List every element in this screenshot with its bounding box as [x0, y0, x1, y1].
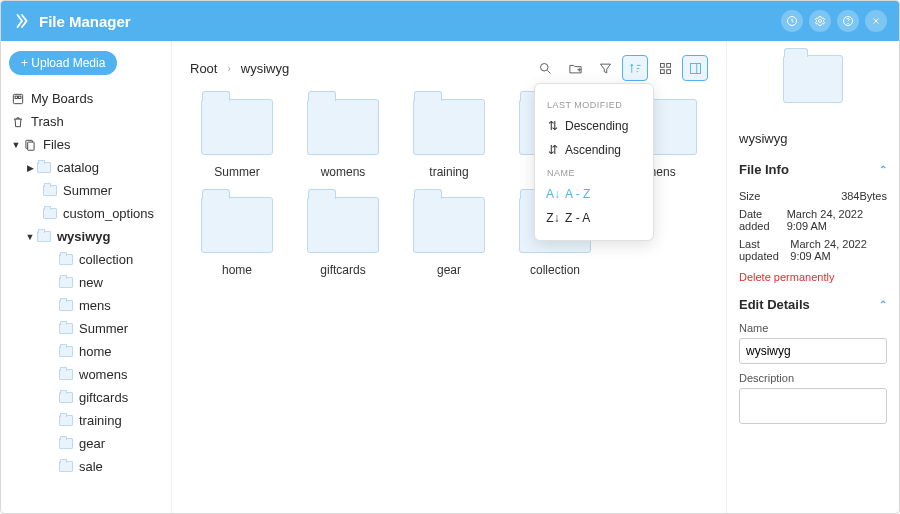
- folder-icon: [783, 55, 843, 103]
- boards-icon: [11, 92, 25, 106]
- folder-icon: [201, 99, 273, 155]
- name-input[interactable]: [739, 338, 887, 364]
- sort-ascending[interactable]: ⇵Ascending: [547, 138, 641, 162]
- folder-icon: [43, 185, 57, 196]
- tree-item-new[interactable]: new: [9, 271, 163, 294]
- svg-rect-14: [690, 63, 700, 73]
- description-input[interactable]: [739, 388, 887, 424]
- tree-item-training[interactable]: training: [9, 409, 163, 432]
- sidebar-trash[interactable]: Trash: [9, 110, 163, 133]
- info-size: Size384Bytes: [739, 187, 887, 205]
- folder-summer[interactable]: Summer: [190, 99, 284, 179]
- folder-icon: [59, 323, 73, 334]
- folder-icon: [59, 461, 73, 472]
- folder-icon: [43, 208, 57, 219]
- folder-icon: [413, 99, 485, 155]
- help-icon[interactable]: [837, 10, 859, 32]
- content-area: Root › wysiwyg LAST MODIFIED ⇅Descending…: [171, 41, 727, 514]
- svg-rect-11: [666, 63, 670, 67]
- folder-icon: [37, 162, 51, 173]
- svg-point-1: [819, 20, 822, 23]
- folder-home[interactable]: home: [190, 197, 284, 277]
- tree-item-womens[interactable]: womens: [9, 363, 163, 386]
- tree-item-home[interactable]: home: [9, 340, 163, 363]
- trash-icon: [11, 115, 25, 129]
- folder-icon: [413, 197, 485, 253]
- tree-item-custom-options[interactable]: custom_options: [9, 202, 163, 225]
- file-info-header[interactable]: File Info⌃: [739, 162, 887, 177]
- details-name: wysiwyg: [739, 131, 887, 146]
- grid-view-icon[interactable]: [652, 55, 678, 81]
- svg-point-3: [848, 23, 849, 24]
- chevron-up-icon: ⌃: [879, 164, 887, 175]
- details-panel: wysiwyg File Info⌃ Size384Bytes Date add…: [727, 41, 899, 514]
- breadcrumb-root[interactable]: Root: [190, 61, 217, 76]
- breadcrumb: Root › wysiwyg: [190, 61, 289, 76]
- tree-item-catalog[interactable]: ▶catalog: [9, 156, 163, 179]
- svg-rect-13: [666, 69, 670, 73]
- search-icon[interactable]: [532, 55, 558, 81]
- tree-item-sale[interactable]: sale: [9, 455, 163, 478]
- folder-icon: [307, 197, 379, 253]
- description-field-label: Description: [739, 372, 887, 384]
- sidebar: + Upload Media My Boards Trash ▼Files ▶c…: [1, 41, 171, 514]
- toolbar: [532, 55, 708, 81]
- chevron-right-icon: ▶: [25, 163, 35, 173]
- app-title: File Manager: [39, 13, 131, 30]
- sidebar-my-boards[interactable]: My Boards: [9, 87, 163, 110]
- folder-training[interactable]: training: [402, 99, 496, 179]
- folder-icon: [307, 99, 379, 155]
- svg-rect-10: [660, 63, 664, 67]
- close-icon[interactable]: [865, 10, 887, 32]
- chevron-up-icon: ⌃: [879, 299, 887, 310]
- details-panel-icon[interactable]: [682, 55, 708, 81]
- info-last-updated: Last updatedMarch 24, 2022 9:09 AM: [739, 235, 887, 265]
- delete-permanently-link[interactable]: Delete permanently: [739, 265, 887, 297]
- info-date-added: Date addedMarch 24, 2022 9:09 AM: [739, 205, 887, 235]
- sort-descending[interactable]: ⇅Descending: [547, 114, 641, 138]
- sort-section-modified: LAST MODIFIED: [547, 100, 641, 110]
- new-folder-icon[interactable]: [562, 55, 588, 81]
- tree-item-wysiwyg[interactable]: ▼wysiwyg: [9, 225, 163, 248]
- folder-icon: [59, 369, 73, 380]
- sort-asc-icon: ⇵: [547, 143, 559, 157]
- app-header: File Manager: [1, 1, 899, 41]
- sort-az-icon: A↓: [547, 187, 559, 201]
- tree-item-mens[interactable]: mens: [9, 294, 163, 317]
- folder-icon: [37, 231, 51, 242]
- folder-icon: [59, 277, 73, 288]
- breadcrumb-current: wysiwyg: [241, 61, 289, 76]
- sort-za[interactable]: Z↓Z - A: [547, 206, 641, 230]
- chevron-right-icon: ›: [227, 63, 230, 74]
- folder-icon: [59, 254, 73, 265]
- tree-item-giftcards[interactable]: giftcards: [9, 386, 163, 409]
- folder-icon: [201, 197, 273, 253]
- svg-rect-6: [19, 96, 21, 98]
- sort-section-name: NAME: [547, 168, 641, 178]
- folder-giftcards[interactable]: giftcards: [296, 197, 390, 277]
- svg-rect-5: [15, 96, 17, 98]
- files-icon: [23, 138, 37, 152]
- upload-media-button[interactable]: + Upload Media: [9, 51, 117, 75]
- sort-icon[interactable]: [622, 55, 648, 81]
- folder-gear[interactable]: gear: [402, 197, 496, 277]
- svg-point-9: [540, 63, 548, 71]
- settings-icon[interactable]: [809, 10, 831, 32]
- tree-item-summer[interactable]: Summer: [9, 179, 163, 202]
- filter-icon[interactable]: [592, 55, 618, 81]
- sort-desc-icon: ⇅: [547, 119, 559, 133]
- svg-rect-12: [660, 69, 664, 73]
- sort-dropdown: LAST MODIFIED ⇅Descending ⇵Ascending NAM…: [534, 83, 654, 241]
- folder-icon: [59, 392, 73, 403]
- svg-rect-8: [28, 142, 34, 150]
- folder-icon: [59, 300, 73, 311]
- chevron-down-icon: ▼: [25, 232, 35, 242]
- sort-az[interactable]: A↓A - Z: [547, 182, 641, 206]
- history-icon[interactable]: [781, 10, 803, 32]
- tree-item-collection[interactable]: collection: [9, 248, 163, 271]
- folder-womens[interactable]: womens: [296, 99, 390, 179]
- edit-details-header[interactable]: Edit Details⌃: [739, 297, 887, 312]
- tree-item-summer[interactable]: Summer: [9, 317, 163, 340]
- sidebar-files[interactable]: ▼Files: [9, 133, 163, 156]
- tree-item-gear[interactable]: gear: [9, 432, 163, 455]
